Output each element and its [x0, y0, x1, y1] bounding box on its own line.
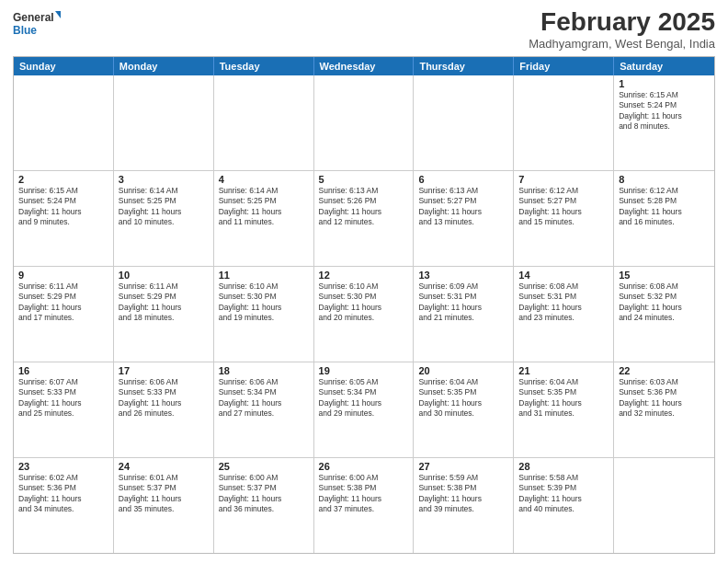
header: General Blue February 2025 Madhyamgram, … — [13, 9, 715, 51]
svg-text:General: General — [13, 11, 54, 24]
day-info: Sunrise: 6:04 AM Sunset: 5:35 PM Dayligh… — [418, 377, 508, 419]
day-headers: SundayMondayTuesdayWednesdayThursdayFrid… — [14, 57, 714, 75]
logo: General Blue — [13, 9, 61, 39]
day-cell-3: 3Sunrise: 6:14 AM Sunset: 5:25 PM Daylig… — [114, 171, 214, 266]
day-info: Sunrise: 6:15 AM Sunset: 5:24 PM Dayligh… — [619, 90, 710, 132]
logo-svg: General Blue — [13, 9, 61, 39]
day-cell-27: 27Sunrise: 5:59 AM Sunset: 5:38 PM Dayli… — [414, 458, 514, 553]
day-header-tuesday: Tuesday — [214, 57, 314, 75]
day-cell-2: 2Sunrise: 6:15 AM Sunset: 5:24 PM Daylig… — [14, 171, 114, 266]
header-right: February 2025 Madhyamgram, West Bengal, … — [529, 9, 715, 51]
day-cell-empty — [214, 75, 314, 170]
day-number: 13 — [418, 270, 508, 281]
svg-text:Blue: Blue — [13, 24, 37, 37]
day-cell-28: 28Sunrise: 5:58 AM Sunset: 5:39 PM Dayli… — [514, 458, 614, 553]
day-number: 9 — [18, 270, 108, 281]
day-number: 22 — [619, 365, 710, 376]
day-header-saturday: Saturday — [614, 57, 714, 75]
location: Madhyamgram, West Bengal, India — [529, 37, 715, 51]
day-info: Sunrise: 6:12 AM Sunset: 5:28 PM Dayligh… — [619, 186, 710, 228]
day-info: Sunrise: 6:13 AM Sunset: 5:26 PM Dayligh… — [319, 186, 409, 228]
day-number: 3 — [119, 174, 209, 185]
day-number: 27 — [418, 461, 508, 472]
day-info: Sunrise: 6:04 AM Sunset: 5:35 PM Dayligh… — [518, 377, 609, 419]
day-cell-empty — [614, 458, 714, 553]
day-info: Sunrise: 6:08 AM Sunset: 5:32 PM Dayligh… — [619, 282, 710, 324]
day-info: Sunrise: 6:06 AM Sunset: 5:33 PM Dayligh… — [119, 377, 209, 419]
day-number: 7 — [518, 174, 609, 185]
day-info: Sunrise: 6:00 AM Sunset: 5:38 PM Dayligh… — [319, 473, 409, 515]
day-info: Sunrise: 6:03 AM Sunset: 5:36 PM Dayligh… — [619, 377, 710, 419]
day-cell-26: 26Sunrise: 6:00 AM Sunset: 5:38 PM Dayli… — [314, 458, 415, 553]
day-info: Sunrise: 6:02 AM Sunset: 5:36 PM Dayligh… — [18, 473, 108, 515]
day-info: Sunrise: 6:14 AM Sunset: 5:25 PM Dayligh… — [119, 186, 209, 228]
day-number: 14 — [518, 270, 609, 281]
day-info: Sunrise: 6:07 AM Sunset: 5:33 PM Dayligh… — [18, 377, 108, 419]
day-header-sunday: Sunday — [14, 57, 114, 75]
day-info: Sunrise: 6:09 AM Sunset: 5:31 PM Dayligh… — [418, 282, 508, 324]
day-number: 19 — [319, 365, 409, 376]
day-cell-empty — [514, 75, 614, 170]
day-cell-8: 8Sunrise: 6:12 AM Sunset: 5:28 PM Daylig… — [614, 171, 714, 266]
day-cell-15: 15Sunrise: 6:08 AM Sunset: 5:32 PM Dayli… — [614, 267, 714, 362]
day-number: 28 — [518, 461, 609, 472]
day-cell-13: 13Sunrise: 6:09 AM Sunset: 5:31 PM Dayli… — [414, 267, 514, 362]
day-info: Sunrise: 6:01 AM Sunset: 5:37 PM Dayligh… — [119, 473, 209, 515]
day-cell-7: 7Sunrise: 6:12 AM Sunset: 5:27 PM Daylig… — [514, 171, 614, 266]
month-title: February 2025 — [529, 9, 715, 35]
day-info: Sunrise: 5:59 AM Sunset: 5:38 PM Dayligh… — [418, 473, 508, 515]
day-number: 16 — [18, 365, 108, 376]
day-cell-20: 20Sunrise: 6:04 AM Sunset: 5:35 PM Dayli… — [414, 362, 514, 457]
day-number: 25 — [219, 461, 309, 472]
day-info: Sunrise: 6:14 AM Sunset: 5:25 PM Dayligh… — [219, 186, 309, 228]
day-cell-12: 12Sunrise: 6:10 AM Sunset: 5:30 PM Dayli… — [314, 267, 415, 362]
day-info: Sunrise: 6:06 AM Sunset: 5:34 PM Dayligh… — [219, 377, 309, 419]
day-number: 12 — [319, 270, 409, 281]
calendar: SundayMondayTuesdayWednesdayThursdayFrid… — [13, 56, 715, 554]
day-number: 10 — [119, 270, 209, 281]
day-info: Sunrise: 6:11 AM Sunset: 5:29 PM Dayligh… — [18, 282, 108, 324]
day-cell-empty — [414, 75, 514, 170]
day-cell-17: 17Sunrise: 6:06 AM Sunset: 5:33 PM Dayli… — [114, 362, 214, 457]
day-cell-6: 6Sunrise: 6:13 AM Sunset: 5:27 PM Daylig… — [414, 171, 514, 266]
day-number: 24 — [119, 461, 209, 472]
day-cell-1: 1Sunrise: 6:15 AM Sunset: 5:24 PM Daylig… — [614, 75, 714, 170]
day-number: 4 — [219, 174, 309, 185]
day-number: 5 — [319, 174, 409, 185]
day-cell-24: 24Sunrise: 6:01 AM Sunset: 5:37 PM Dayli… — [114, 458, 214, 553]
week-row-4: 16Sunrise: 6:07 AM Sunset: 5:33 PM Dayli… — [14, 362, 714, 458]
day-cell-empty — [14, 75, 114, 170]
day-cell-22: 22Sunrise: 6:03 AM Sunset: 5:36 PM Dayli… — [614, 362, 714, 457]
day-cell-14: 14Sunrise: 6:08 AM Sunset: 5:31 PM Dayli… — [514, 267, 614, 362]
day-info: Sunrise: 6:08 AM Sunset: 5:31 PM Dayligh… — [518, 282, 609, 324]
day-cell-5: 5Sunrise: 6:13 AM Sunset: 5:26 PM Daylig… — [314, 171, 415, 266]
day-cell-9: 9Sunrise: 6:11 AM Sunset: 5:29 PM Daylig… — [14, 267, 114, 362]
day-info: Sunrise: 6:13 AM Sunset: 5:27 PM Dayligh… — [418, 186, 508, 228]
day-info: Sunrise: 6:12 AM Sunset: 5:27 PM Dayligh… — [518, 186, 609, 228]
day-number: 1 — [619, 78, 710, 89]
day-cell-18: 18Sunrise: 6:06 AM Sunset: 5:34 PM Dayli… — [214, 362, 314, 457]
day-number: 23 — [18, 461, 108, 472]
day-number: 11 — [219, 270, 309, 281]
week-row-5: 23Sunrise: 6:02 AM Sunset: 5:36 PM Dayli… — [14, 458, 714, 553]
day-cell-25: 25Sunrise: 6:00 AM Sunset: 5:37 PM Dayli… — [214, 458, 314, 553]
day-info: Sunrise: 6:15 AM Sunset: 5:24 PM Dayligh… — [18, 186, 108, 228]
weeks: 1Sunrise: 6:15 AM Sunset: 5:24 PM Daylig… — [14, 75, 714, 553]
day-cell-11: 11Sunrise: 6:10 AM Sunset: 5:30 PM Dayli… — [214, 267, 314, 362]
day-cell-21: 21Sunrise: 6:04 AM Sunset: 5:35 PM Dayli… — [514, 362, 614, 457]
day-cell-empty — [314, 75, 415, 170]
day-header-wednesday: Wednesday — [314, 57, 415, 75]
day-info: Sunrise: 6:11 AM Sunset: 5:29 PM Dayligh… — [119, 282, 209, 324]
day-cell-empty — [114, 75, 214, 170]
day-number: 18 — [219, 365, 309, 376]
day-info: Sunrise: 6:10 AM Sunset: 5:30 PM Dayligh… — [319, 282, 409, 324]
day-number: 17 — [119, 365, 209, 376]
day-cell-4: 4Sunrise: 6:14 AM Sunset: 5:25 PM Daylig… — [214, 171, 314, 266]
day-cell-23: 23Sunrise: 6:02 AM Sunset: 5:36 PM Dayli… — [14, 458, 114, 553]
day-header-monday: Monday — [114, 57, 214, 75]
day-info: Sunrise: 5:58 AM Sunset: 5:39 PM Dayligh… — [518, 473, 609, 515]
day-number: 8 — [619, 174, 710, 185]
day-number: 2 — [18, 174, 108, 185]
day-info: Sunrise: 6:10 AM Sunset: 5:30 PM Dayligh… — [219, 282, 309, 324]
week-row-1: 1Sunrise: 6:15 AM Sunset: 5:24 PM Daylig… — [14, 75, 714, 171]
